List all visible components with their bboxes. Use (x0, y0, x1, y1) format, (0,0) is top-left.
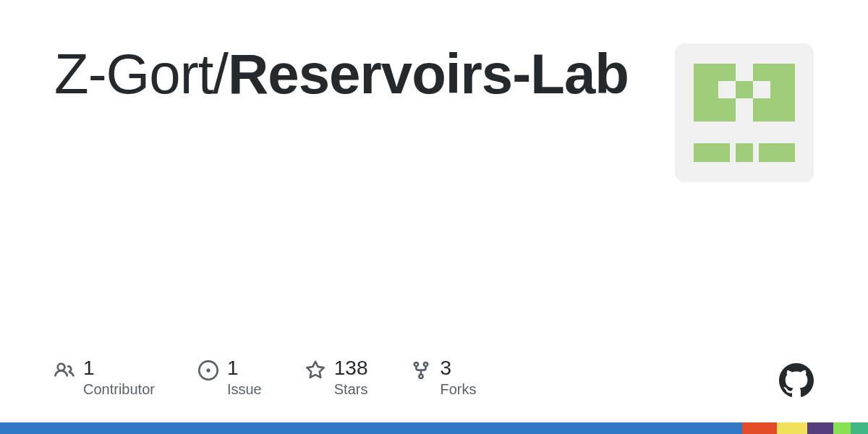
forks-label: Forks (440, 381, 476, 398)
svg-rect-5 (753, 81, 770, 98)
language-segment[interactable] (807, 422, 833, 434)
stat-forks[interactable]: 3 Forks (411, 357, 476, 398)
issues-label: Issue (227, 381, 262, 398)
language-segment[interactable] (0, 422, 742, 434)
contributors-label: Contributor (83, 381, 155, 398)
stat-stars[interactable]: 138 Stars (305, 357, 368, 398)
contributors-value: 1 (83, 357, 155, 380)
star-icon (305, 360, 326, 380)
language-bar (0, 422, 868, 434)
repo-title: Z-Gort/Reservoirs-Lab (54, 43, 629, 104)
repo-separator: / (213, 42, 228, 106)
avatar[interactable] (675, 43, 814, 182)
svg-rect-7 (736, 143, 753, 162)
issue-icon (198, 360, 218, 380)
stat-contributors[interactable]: 1 Contributor (54, 357, 155, 398)
repo-stats: 1 Contributor 1 Issue 138 St (54, 357, 476, 398)
language-segment[interactable] (833, 422, 851, 434)
stars-value: 138 (334, 357, 368, 380)
svg-rect-3 (736, 81, 753, 98)
repo-name-suffix[interactable]: -Lab (512, 42, 629, 106)
svg-rect-8 (759, 143, 795, 162)
issues-value: 1 (227, 357, 262, 380)
repo-name-bold[interactable]: Reservoirs (228, 42, 512, 106)
repo-owner[interactable]: Z-Gort (54, 42, 213, 106)
github-logo-icon[interactable] (779, 363, 814, 398)
fork-icon (411, 360, 431, 380)
language-segment[interactable] (777, 422, 807, 434)
stars-label: Stars (334, 381, 368, 398)
people-icon (54, 360, 75, 380)
language-segment[interactable] (851, 422, 868, 434)
svg-rect-4 (718, 81, 736, 98)
stat-issues[interactable]: 1 Issue (198, 357, 262, 398)
svg-rect-6 (694, 143, 730, 162)
forks-value: 3 (440, 357, 476, 380)
language-segment[interactable] (742, 422, 777, 434)
